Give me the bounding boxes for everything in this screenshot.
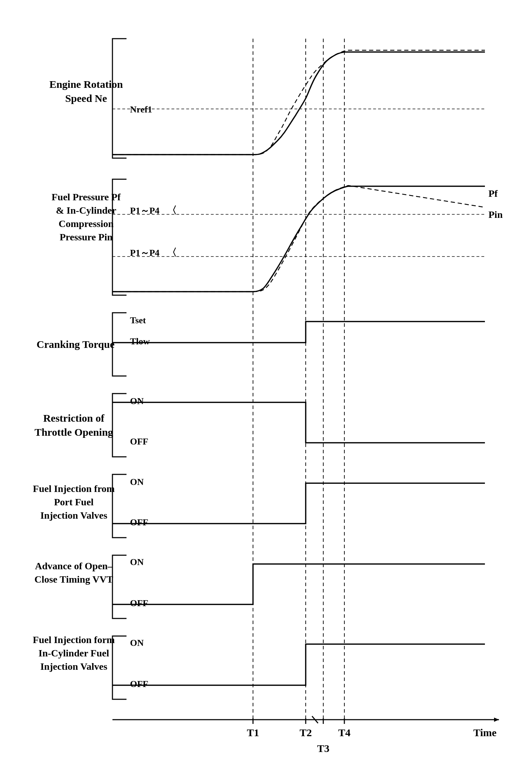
vvt-on-label: ON	[130, 557, 144, 567]
nref1-label: Nref1	[130, 104, 152, 115]
diagram-container: .axis-line { stroke: #000; stroke-width:…	[0, 0, 532, 778]
t4-label: T4	[338, 727, 350, 738]
label-speed-ne: Speed Ne	[65, 92, 107, 104]
restriction-on-label: ON	[130, 396, 144, 406]
label-engine-rotation: Engine Rotation	[49, 78, 123, 90]
time-label: Time	[473, 727, 497, 738]
label-fuel-injection-port-1: Fuel Injection from	[33, 483, 115, 494]
pin-label: Pin	[488, 209, 503, 220]
label-advance-vvt-2: Close Timing VVT	[34, 574, 113, 585]
fuel-cyl-signal	[112, 644, 485, 685]
label-fuel-pressure: Fuel Pressure Pf	[52, 192, 121, 202]
time-axis-arrow	[494, 718, 499, 722]
label-fuel-inj-cyl-1: Fuel Injection form	[33, 634, 115, 645]
fuel-cyl-on-label: ON	[130, 638, 144, 648]
p1p4-upper-label: P1～P4	[130, 206, 160, 216]
label-restriction-of: Restriction of	[43, 412, 105, 424]
label-fuel-injection-port-2: Port Fuel	[54, 497, 94, 507]
speed-curve-solid	[112, 52, 485, 155]
cranking-torque-signal	[112, 322, 485, 343]
pf-curve-solid	[112, 186, 485, 292]
restriction-off-label: OFF	[130, 436, 148, 447]
pin-curve-dashed	[112, 186, 485, 292]
fuel-cyl-off-label: OFF	[130, 679, 148, 689]
p1p4-lower-label: P1～P4	[130, 248, 160, 258]
label-cranking-torque: Cranking Torque	[37, 338, 115, 350]
pf-label: Pf	[488, 188, 498, 199]
tlow-label: Tlow	[130, 336, 150, 346]
t3-label: T3	[317, 743, 329, 754]
row4-bracket	[112, 394, 126, 457]
speed-curve-dashed	[112, 50, 485, 155]
p1p4-lower-bracket: 〈	[167, 247, 177, 258]
label-fuel-injection-port-3: Injection Valves	[40, 510, 108, 521]
fuel-port-signal	[112, 483, 485, 524]
label-fuel-inj-cyl-2: In-Cylinder Fuel	[39, 648, 109, 659]
row7-bracket	[112, 636, 126, 699]
label-in-cylinder: & In-Cylinder	[56, 205, 116, 216]
p1p4-upper-bracket: 〈	[167, 205, 177, 216]
t2-label: T2	[299, 727, 312, 738]
row1-bracket	[112, 39, 126, 158]
label-pressure-pin: Pressure Pin	[60, 232, 113, 242]
vvt-signal	[112, 564, 485, 604]
fuel-port-off-label: OFF	[130, 517, 148, 527]
vvt-off-label: OFF	[130, 598, 148, 608]
label-fuel-inj-cyl-3: Injection Valves	[40, 661, 108, 672]
label-advance-vvt-1: Advance of Open–	[35, 560, 113, 571]
restriction-signal	[112, 402, 485, 443]
fuel-port-on-label: ON	[130, 477, 144, 487]
label-throttle-opening: Throttle Opening	[34, 426, 113, 438]
tset-label: Tset	[130, 315, 146, 325]
label-compression: Compression	[59, 218, 114, 229]
row6-bracket	[112, 555, 126, 618]
t1-label: T1	[247, 727, 259, 738]
